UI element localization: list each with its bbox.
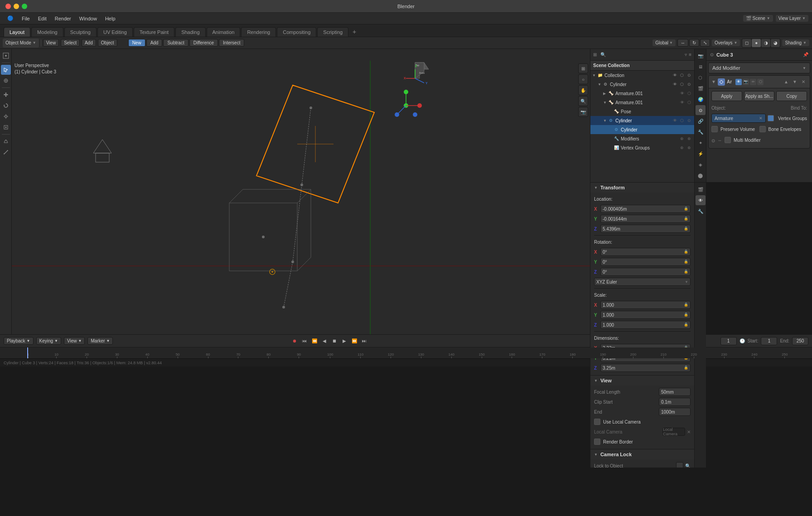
tab-layout[interactable]: Layout <box>4 27 30 37</box>
add-modifier-button[interactable]: Add Modifier ▼ <box>708 63 810 73</box>
bone-envelopes-checkbox[interactable] <box>759 126 766 132</box>
solid-shading[interactable]: ● <box>752 39 761 47</box>
scale-z-field[interactable]: 1.000 🔒 <box>600 321 691 329</box>
props-strip-tool[interactable]: 🔧 <box>696 206 706 216</box>
measure-tool[interactable] <box>1 147 11 157</box>
rotation-x-field[interactable]: 0° 🔒 <box>600 248 691 256</box>
menu-help[interactable]: Help <box>102 15 119 22</box>
rendered-shading[interactable]: ◕ <box>771 39 780 47</box>
props-material-tab[interactable]: ⬤ <box>696 170 706 180</box>
lock-rx[interactable]: 🔒 <box>684 250 688 254</box>
material-shading[interactable]: ◑ <box>761 39 770 47</box>
tab-scripting[interactable]: Scripting <box>317 27 348 37</box>
transform-tool[interactable] <box>1 122 11 132</box>
render-border-checkbox[interactable] <box>594 439 600 445</box>
menu-blender[interactable]: 🔵 <box>4 14 17 22</box>
mode-selector[interactable]: Object Mode ▼ <box>3 39 39 48</box>
realtime-icon[interactable]: 👁 <box>735 79 742 85</box>
current-frame-input[interactable]: 1 <box>720 337 737 345</box>
menu-render[interactable]: Render <box>51 15 75 22</box>
tab-texture-paint[interactable]: Texture Paint <box>134 27 174 37</box>
marker-menu[interactable]: Marker ▼ <box>87 337 113 345</box>
lock-sx[interactable]: 🔒 <box>684 303 688 307</box>
camera-lock-header[interactable]: Camera Lock <box>590 449 694 459</box>
props-constraints-tab[interactable]: 🔗 <box>696 116 706 126</box>
minimize-button[interactable] <box>14 4 19 9</box>
outliner-cylinder-mesh[interactable]: ▼ ⚙ Cylinder 👁 ⬡ ⊙ <box>590 116 694 125</box>
tab-animation[interactable]: Animation <box>207 27 241 37</box>
location-y-field[interactable]: -0.001644m 🔒 <box>600 215 691 223</box>
apply-as-button[interactable]: Apply as Sh... <box>744 91 775 101</box>
keying-menu[interactable]: Keying ▼ <box>36 337 62 345</box>
shading-label[interactable]: Shading ▼ <box>782 39 809 46</box>
lock-to-object-field[interactable] <box>676 462 683 468</box>
pin-icon[interactable]: 📌 <box>803 52 808 57</box>
close-button[interactable] <box>5 4 11 9</box>
play-button[interactable]: ▶ <box>340 337 348 345</box>
sphere-icon[interactable]: ○ <box>578 74 588 84</box>
scene-selector[interactable]: 🎬 Scene ▼ <box>743 15 773 22</box>
vertex-groups-checkbox[interactable] <box>768 115 774 121</box>
scale-y-field[interactable]: 1.000 🔒 <box>600 311 691 319</box>
timeline-ruler[interactable]: 1102030405060708090100110120130140150160… <box>0 347 812 358</box>
tab-shading[interactable]: Shading <box>175 27 205 37</box>
location-x-field[interactable]: -0.000405m 🔒 <box>600 205 691 213</box>
lock-dz[interactable]: 🔒 <box>684 366 688 370</box>
props-strip-view[interactable]: 👁 <box>696 195 706 205</box>
overlays-button[interactable]: Overlays ▼ <box>712 39 740 46</box>
grid-icon[interactable]: ⊞ <box>578 63 588 73</box>
camera-icon[interactable]: 📷 <box>578 107 588 117</box>
rotation-z-field[interactable]: 0° 🔒 <box>600 268 691 276</box>
view-menu[interactable]: View <box>43 39 59 47</box>
add-button[interactable]: Add <box>146 39 163 47</box>
props-object-tab[interactable]: ⊙ <box>696 105 706 115</box>
location-z-field[interactable]: 5.4396m 🔒 <box>600 225 691 233</box>
cage-icon[interactable]: ⬡ <box>757 79 764 85</box>
props-world-tab[interactable]: 🌍 <box>696 94 706 104</box>
transform-panel-header[interactable]: Transform <box>590 183 694 193</box>
scale-icon[interactable]: ⤡ <box>700 39 710 47</box>
step-back-button[interactable]: ⏪ <box>310 337 319 345</box>
select-tool[interactable] <box>1 65 11 75</box>
intersect-button[interactable]: Intersect <box>219 39 244 47</box>
props-view-layer-tab[interactable]: ⬡ <box>696 72 706 82</box>
jump-start-button[interactable]: ⏮ <box>300 337 309 345</box>
3d-viewport[interactable]: Top Front X Z Y User Perspective (1) Cyl… <box>12 49 590 334</box>
outliner-armature-001-a[interactable]: ▶ 🦴 Armature.001 👁 ⬡ <box>590 89 694 98</box>
maximize-button[interactable] <box>22 4 27 9</box>
annotate-tool[interactable] <box>1 136 11 146</box>
apply-button[interactable]: Apply <box>711 91 742 101</box>
jump-end-button[interactable]: ⏭ <box>360 337 368 345</box>
local-camera-clear[interactable]: ✕ <box>687 429 691 434</box>
clip-end-field[interactable]: 1000m <box>659 408 691 416</box>
multi-modifier-checkbox[interactable] <box>725 137 731 143</box>
difference-button[interactable]: Difference <box>189 39 218 47</box>
modifier-up[interactable]: ▲ <box>783 78 790 86</box>
record-button[interactable]: ⏺ <box>290 337 299 345</box>
edit-icon[interactable]: ✏ <box>750 79 756 85</box>
view-timeline-menu[interactable]: View ▼ <box>64 337 85 345</box>
lock-icon-z[interactable]: 🔒 <box>684 227 688 231</box>
lock-icon-y[interactable]: 🔒 <box>684 217 688 221</box>
lock-sy[interactable]: 🔒 <box>684 313 688 317</box>
subtract-button[interactable]: Subtract <box>163 39 188 47</box>
tab-compositing[interactable]: Compositing <box>277 27 316 37</box>
outliner-pose[interactable]: 🦴 Pose <box>590 107 694 116</box>
lock-icon[interactable]: 🔒 <box>684 207 688 211</box>
new-button[interactable]: New <box>128 39 145 47</box>
props-particles-tab[interactable]: ✦ <box>696 138 706 148</box>
object-menu[interactable]: Object <box>98 39 117 47</box>
tab-modeling[interactable]: Modeling <box>31 27 63 37</box>
stop-button[interactable]: ⏹ <box>330 337 338 345</box>
object-clear-button[interactable]: ✕ <box>759 116 763 121</box>
start-frame-input[interactable]: 1 <box>761 337 777 345</box>
modifier-down[interactable]: ▼ <box>791 78 798 86</box>
scale-x-field[interactable]: 1.000 🔒 <box>600 301 691 309</box>
modifier-expand[interactable]: ▼ <box>711 79 716 84</box>
end-frame-input[interactable]: 250 <box>792 337 808 345</box>
step-forward-button[interactable]: ⏩ <box>350 337 358 345</box>
cursor-tool[interactable] <box>1 76 11 86</box>
props-modifier-tab[interactable]: 🔧 <box>696 127 706 137</box>
menu-window[interactable]: Window <box>76 15 101 22</box>
copy-button[interactable]: Copy <box>776 91 807 101</box>
